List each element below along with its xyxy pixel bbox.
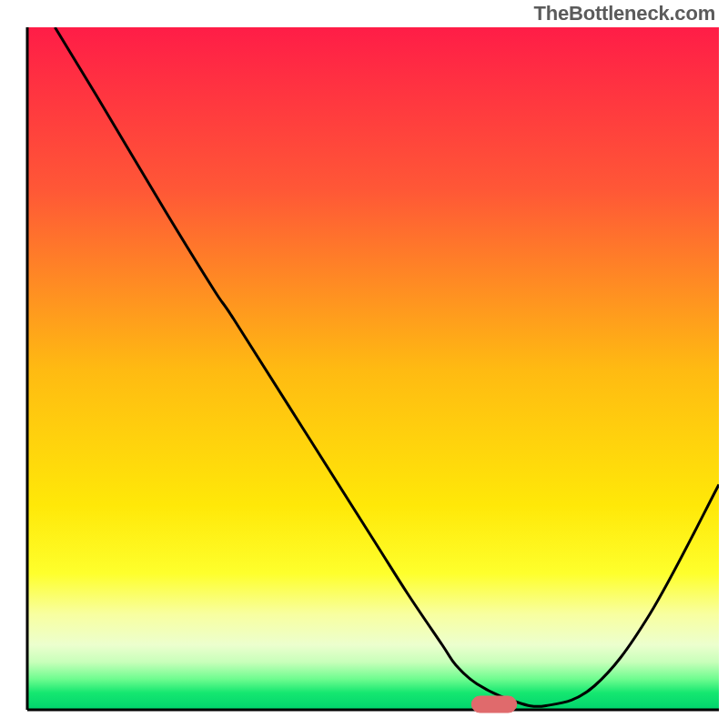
gradient-background xyxy=(27,27,719,710)
chart-canvas xyxy=(0,0,728,728)
optimal-point-marker xyxy=(471,696,516,713)
attribution-text: TheBottleneck.com xyxy=(533,2,715,25)
